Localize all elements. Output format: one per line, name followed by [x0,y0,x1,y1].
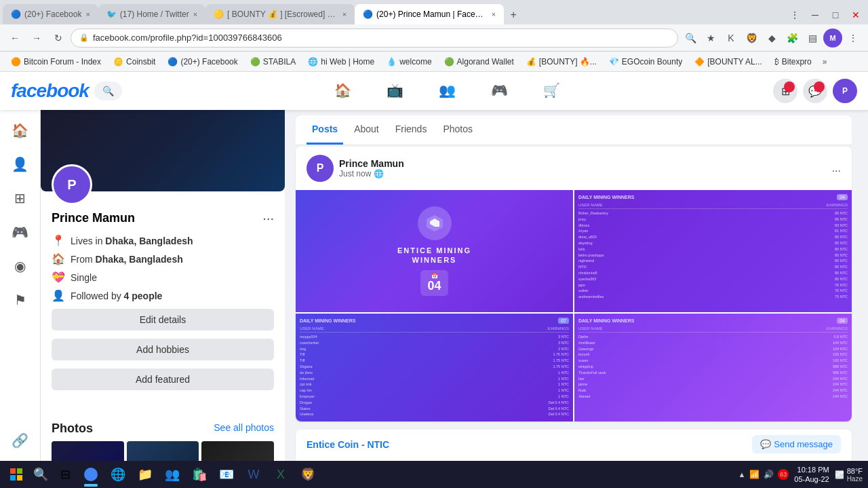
bookmark-label-bitexpro: Bitexpro [782,57,812,67]
bookmark-facebook[interactable]: 🔵 (20+) Facebook [162,56,243,68]
add-featured-button[interactable]: Add featured [52,369,274,390]
table-row: jmcy86 NTC [578,217,848,223]
edit-details-button[interactable]: Edit details [52,309,274,331]
forward-button[interactable]: → [27,29,46,48]
sidebar-home-icon[interactable]: 🏠 [5,115,35,145]
bookmark-bitexpro[interactable]: ₿ Bitexpro [769,56,817,68]
photo-1[interactable] [52,441,124,461]
daily-winners-table-3[interactable]: DAILY MINING WINNERS 04 USER NAME EARNIN… [574,314,852,421]
taskbar-teams[interactable]: 👥 [160,462,184,487]
friends-tab[interactable]: Friends [390,115,433,145]
entice-page-name[interactable]: Entice Coin - NTIC [307,439,389,450]
taskbar-excel[interactable]: X [269,462,293,487]
bookmark-hi[interactable]: 🌐 hi Web | Home [302,56,380,68]
puzzle-icon[interactable]: 🧩 [783,29,802,48]
taskbar-chrome[interactable] [79,462,103,487]
photo-2[interactable]: FXRUMBLE [127,441,199,461]
table-row: Empnyer1 NTC [300,394,569,400]
tab-list-button[interactable]: ⋮ [785,5,804,24]
daily-winners-table-2[interactable]: DAILY MINING WINNERS 07 USER NAME EARNIN… [296,314,573,421]
search-taskbar-button[interactable]: 🔍 [30,465,52,484]
tab-close-tw[interactable]: × [193,10,197,18]
bookmark-label-stabila: STABILA [263,57,296,67]
sidebar-link-icon[interactable]: 🔗 [5,426,35,455]
photo-3[interactable]: ⚫ [201,441,274,461]
tab-title-b1: [ BOUNTY 💰 ] [Escrowed] Enti... [227,10,338,19]
menu-action-button[interactable]: ⊞ [773,79,797,103]
bookmark-bounty[interactable]: 💰 [BOUNTY] 🔥... [521,56,602,68]
refresh-button[interactable]: ↻ [49,29,68,48]
messenger-action-button[interactable]: 💬 [803,79,827,103]
globe-icon: 🌐 [374,169,384,179]
back-button[interactable]: ← [5,29,24,48]
bookmark-ego[interactable]: 💎 EGOcoin Bounty [604,56,688,68]
menu-button[interactable]: ⋮ [844,29,863,48]
extensions-icon[interactable]: K [722,29,741,48]
tab-close-fb1[interactable]: × [85,10,90,18]
taskbar-word[interactable]: W [241,462,266,487]
task-view-button[interactable]: ⊟ [54,464,76,485]
mining-winners-main-image[interactable]: ENTICE MININGWINNERS 📅 04 [296,190,573,312]
post-options-button[interactable]: ... [832,162,841,174]
bookmark-welcome[interactable]: 💧 welcome [381,56,437,68]
bookmark-coinsbit[interactable]: 🪙 Coinsbit [108,56,161,68]
bookmarks-more-button[interactable]: » [818,56,831,68]
maximize-button[interactable]: □ [826,5,845,24]
search-icon[interactable]: 🔍 [681,29,700,48]
sidebar-flag-icon[interactable]: ⚑ [5,285,35,315]
profile-followers: 👤 Followed by 4 people [52,286,274,305]
taskbar-explorer[interactable]: 📁 [133,462,157,487]
bookmark-icon[interactable]: ★ [701,29,720,48]
tab-close-b1[interactable]: × [342,10,347,18]
facebook-logo[interactable]: facebook [11,80,89,102]
sidebar-games-icon[interactable]: 🎮 [5,217,35,247]
table-row: NTIC80 NTC [578,264,848,270]
bookmark-algorand[interactable]: 🟢 Algorand Wallet [439,56,519,68]
nav-watch[interactable]: 📺 [370,77,420,106]
daily-winners-table-1[interactable]: DAILY MINING WINNERS 04 USER NAME EARNIN… [574,190,852,312]
secure-icon: 🔒 [79,33,89,42]
tab-close-fb2[interactable]: × [492,10,496,18]
address-bar[interactable]: 🔒 facebook.com/profile.php?id=1000397668… [71,29,678,48]
brave-icon[interactable]: 🦁 [742,29,761,48]
close-button[interactable]: ✕ [846,5,865,24]
taskbar-outlook[interactable]: 📧 [214,462,239,487]
nav-home[interactable]: 🏠 [318,77,368,106]
taskbar-edge[interactable]: 🌐 [106,462,130,487]
nav-groups[interactable]: 👥 [422,77,472,106]
add-hobbies-button[interactable]: Add hobbies [52,339,274,360]
nav-gaming[interactable]: 🎮 [475,77,524,106]
calendar-icon-label: 📅 [427,273,441,279]
sidebar-circle-icon[interactable]: ◉ [5,251,35,281]
tab-twitter[interactable]: 🐦 (17) Home / Twitter × [98,4,205,24]
bookmark-bitcoin[interactable]: 🟠 Bitcoin Forum - Index [5,56,106,68]
taskbar-weather-info: 88°F Haze [847,467,863,483]
notifications-action-button[interactable]: P [833,79,857,103]
new-tab-button[interactable]: + [504,5,523,24]
photos-tab[interactable]: Photos [437,115,478,145]
facebook-search[interactable]: 🔍 [94,81,122,100]
tab-facebook1[interactable]: 🔵 (20+) Facebook × [3,4,98,24]
profile-icon[interactable]: M [823,29,842,48]
taskbar-brave[interactable]: 🦁 [296,462,320,487]
minimize-button[interactable]: ─ [806,5,825,24]
sidebar-profile-icon[interactable]: 👤 [5,149,35,179]
day-badge: 04 [837,194,848,200]
bookmark-bounty2[interactable]: 🔶 [BOUNTY AL... [689,56,767,68]
send-message-button[interactable]: 💬 Send message [752,435,841,453]
tab-bounty1[interactable]: 🟡 [ BOUNTY 💰 ] [Escrowed] Enti... × [205,4,355,24]
posts-tab[interactable]: Posts [307,115,343,145]
wallet-icon[interactable]: ◆ [762,29,781,48]
nav-marketplace[interactable]: 🛒 [527,77,576,106]
profile-options-button[interactable]: ··· [262,210,274,226]
see-all-photos-button[interactable]: See all photos [214,422,274,433]
about-tab[interactable]: About [349,115,384,145]
sidebar-grid-icon[interactable]: ⊞ [5,183,35,213]
up-arrow-icon[interactable]: ▲ [738,470,745,478]
bookmark-stabila[interactable]: 🟢 STABILA [245,56,301,68]
wifi-icon: 📶 [749,470,760,479]
sidebar-icon[interactable]: ▤ [803,29,822,48]
tab-facebook2[interactable]: 🔵 (20+) Prince Mamun | Facebook × [355,4,504,24]
start-button[interactable] [5,464,27,485]
taskbar-store[interactable]: 🛍️ [187,462,212,487]
